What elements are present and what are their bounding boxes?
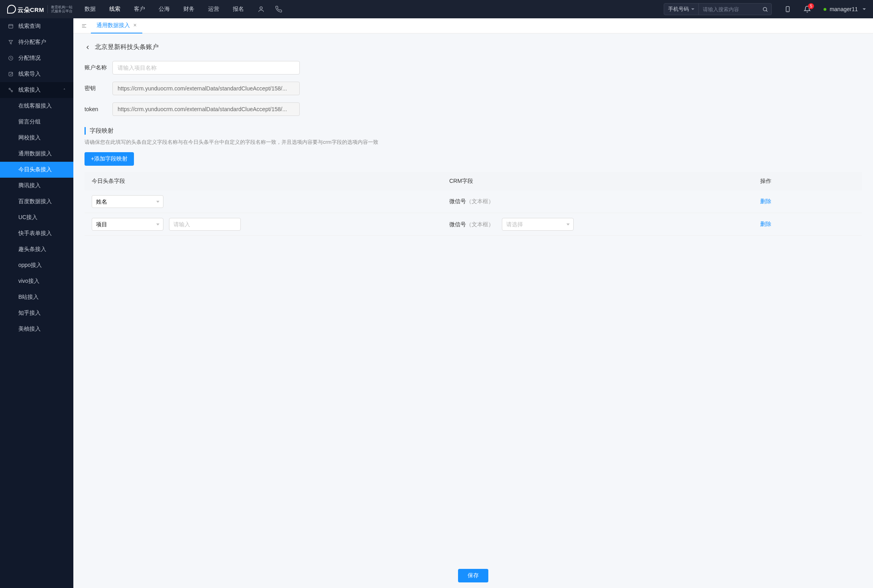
sidebar-item[interactable]: 线索查询 xyxy=(0,18,73,34)
sidebar-icon xyxy=(8,87,14,93)
bell-icon[interactable]: 5 xyxy=(804,6,811,13)
user-menu[interactable]: manager11 xyxy=(824,6,866,12)
table-row: 姓名 微信号（文本框） 删除 xyxy=(85,190,862,213)
sidebar-subitem[interactable]: 知乎接入 xyxy=(0,305,73,321)
sidebar-subitem[interactable]: 快手表单接入 xyxy=(0,225,73,241)
crm-field-label: 微信号 xyxy=(449,198,466,204)
toutiao-field-select[interactable]: 姓名 xyxy=(92,195,163,208)
notification-badge: 5 xyxy=(808,3,814,9)
svg-point-0 xyxy=(260,7,262,9)
sidebar-icon xyxy=(8,24,14,29)
sidebar-subitem[interactable]: 今日头条接入 xyxy=(0,162,73,178)
sidebar-subitem[interactable]: 美柚接入 xyxy=(0,321,73,337)
account-name-input[interactable] xyxy=(112,61,300,74)
table-header-toutiao: 今日头条字段 xyxy=(85,172,442,190)
delete-button[interactable]: 删除 xyxy=(760,221,771,227)
topnav-item[interactable]: 运营 xyxy=(208,6,219,13)
top-nav-icons xyxy=(258,6,282,13)
svg-marker-7 xyxy=(9,40,12,44)
topbar: 云朵CRM 教育机构一站 式服务云平台 数据线索客户公海财务运营报名 手机号码 … xyxy=(0,0,873,18)
sidebar-subitem[interactable]: 通用数据接入 xyxy=(0,146,73,162)
topnav-item[interactable]: 公海 xyxy=(159,6,170,13)
sidebar-subitem[interactable]: 趣头条接入 xyxy=(0,241,73,257)
svg-rect-5 xyxy=(9,24,13,28)
logo-text: 云朵CRM xyxy=(7,5,44,14)
sidebar-icon xyxy=(8,39,14,45)
topnav-item[interactable]: 数据 xyxy=(85,6,96,13)
topnav-item[interactable]: 客户 xyxy=(134,6,145,13)
sidebar-subitem[interactable]: 网校接入 xyxy=(0,130,73,146)
secret-input[interactable] xyxy=(112,82,300,95)
chevron-down-icon xyxy=(863,8,866,10)
search-icon xyxy=(762,6,768,12)
sidebar-icon xyxy=(8,55,14,61)
tab-general-data-access[interactable]: 通用数据接入 ✕ xyxy=(91,18,142,33)
phone-icon[interactable] xyxy=(275,6,282,13)
mapping-table: 今日头条字段 CRM字段 操作 姓名 微信号（文本框） 删除 xyxy=(85,172,862,236)
svg-line-12 xyxy=(10,89,12,91)
sidebar-subitem[interactable]: 腾讯接入 xyxy=(0,178,73,194)
crm-field-select[interactable]: 请选择 xyxy=(502,218,574,231)
sidebar-subitem[interactable]: B站接入 xyxy=(0,289,73,305)
top-nav: 数据线索客户公海财务运营报名 xyxy=(85,6,244,13)
section-hint: 请确保您在此填写的头条自定义字段名称与在今日头条平台中自定义的字段名称一致，并且… xyxy=(85,139,862,146)
topnav-item[interactable]: 报名 xyxy=(233,6,244,13)
toutiao-field-select[interactable]: 项目 xyxy=(92,218,163,231)
row-secret: 密钥 xyxy=(85,82,862,95)
logo-subtitle: 教育机构一站 式服务云平台 xyxy=(47,5,73,13)
user-icon[interactable] xyxy=(258,6,265,13)
search-button[interactable] xyxy=(759,6,771,12)
sidebar-subitem[interactable]: vivo接入 xyxy=(0,273,73,289)
collapse-sidebar-button[interactable] xyxy=(77,23,91,29)
svg-rect-9 xyxy=(9,72,12,76)
sidebar-item[interactable]: 线索导入 xyxy=(0,66,73,82)
user-name: manager11 xyxy=(830,6,858,12)
sidebar-subitem[interactable]: 百度数据接入 xyxy=(0,194,73,210)
crm-field-type: （文本框） xyxy=(466,198,494,204)
save-button[interactable]: 保存 xyxy=(458,569,488,582)
sidebar-subitem[interactable]: 在线客服接入 xyxy=(0,98,73,114)
search-type-select[interactable]: 手机号码 xyxy=(664,4,699,15)
row-token: token xyxy=(85,102,862,116)
close-icon[interactable]: ✕ xyxy=(133,23,137,28)
toutiao-field-extra-input[interactable] xyxy=(169,218,241,231)
hamburger-icon xyxy=(81,23,87,29)
table-header-action: 操作 xyxy=(753,172,862,190)
chevron-icon: ˄ xyxy=(63,88,65,92)
sidebar-subitem[interactable]: 留言分组 xyxy=(0,114,73,130)
sidebar: 线索查询待分配客户分配情况线索导入线索接入˄在线客服接入留言分组网校接入通用数据… xyxy=(0,18,73,588)
svg-line-2 xyxy=(766,10,767,12)
row-account-name: 账户名称 xyxy=(85,61,862,74)
mobile-icon[interactable] xyxy=(785,5,791,13)
status-dot xyxy=(824,8,826,11)
table-row: 项目 微信号（文本框） 请选择 删除 xyxy=(85,213,862,236)
page-content: 北京昱新科技头条账户 账户名称 密钥 token 字段映射 请确保您在此填写的头… xyxy=(73,33,873,588)
svg-point-1 xyxy=(763,7,767,11)
tab-bar: 通用数据接入 ✕ xyxy=(73,18,873,33)
page-title: 北京昱新科技头条账户 xyxy=(95,43,159,51)
search-box: 手机号码 xyxy=(664,3,772,15)
sidebar-item[interactable]: 待分配客户 xyxy=(0,34,73,50)
topnav-item[interactable]: 线索 xyxy=(109,6,120,13)
delete-button[interactable]: 删除 xyxy=(760,198,771,204)
footer-bar: 保存 xyxy=(73,563,873,588)
logo[interactable]: 云朵CRM 教育机构一站 式服务云平台 xyxy=(7,5,73,14)
token-input[interactable] xyxy=(112,102,300,116)
crm-field-type: （文本框） xyxy=(466,221,494,227)
table-header-crm: CRM字段 xyxy=(442,172,753,190)
add-mapping-button[interactable]: +添加字段映射 xyxy=(85,152,134,166)
sidebar-icon xyxy=(8,71,14,77)
crm-field-label: 微信号 xyxy=(449,221,466,227)
breadcrumb: 北京昱新科技头条账户 xyxy=(85,43,862,51)
topnav-item[interactable]: 财务 xyxy=(183,6,195,13)
sidebar-subitem[interactable]: UC接入 xyxy=(0,210,73,225)
search-input[interactable] xyxy=(699,6,759,12)
sidebar-item[interactable]: 线索接入˄ xyxy=(0,82,73,98)
back-icon[interactable] xyxy=(85,44,91,51)
sidebar-item[interactable]: 分配情况 xyxy=(0,50,73,66)
main: 通用数据接入 ✕ 北京昱新科技头条账户 账户名称 密钥 token 字段映射 xyxy=(73,18,873,588)
sidebar-subitem[interactable]: oppo接入 xyxy=(0,257,73,273)
section-title-mapping: 字段映射 xyxy=(85,127,862,135)
